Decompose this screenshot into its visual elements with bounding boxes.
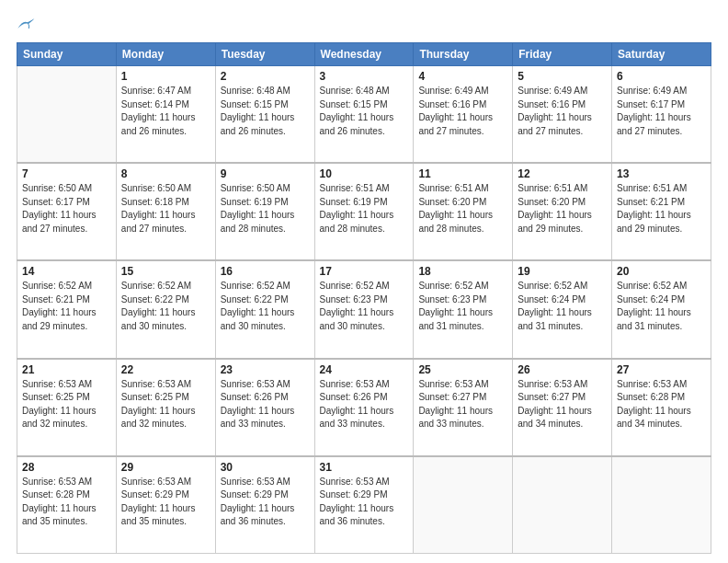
day-info: Sunrise: 6:48 AM Sunset: 6:15 PM Dayligh… [221,85,310,138]
calendar-week-3: 14Sunrise: 6:52 AM Sunset: 6:21 PM Dayli… [17,260,711,358]
day-number: 20 [617,265,706,278]
day-info: Sunrise: 6:53 AM Sunset: 6:29 PM Dayligh… [121,476,210,529]
calendar-cell: 10Sunrise: 6:51 AM Sunset: 6:19 PM Dayli… [314,163,414,260]
day-number: 16 [221,265,310,278]
day-info: Sunrise: 6:48 AM Sunset: 6:15 PM Dayligh… [320,85,409,138]
calendar-cell [513,456,612,554]
day-info: Sunrise: 6:50 AM Sunset: 6:18 PM Dayligh… [121,182,210,236]
day-number: 21 [22,363,111,376]
calendar-header-friday: Friday [513,43,612,66]
day-info: Sunrise: 6:53 AM Sunset: 6:29 PM Dayligh… [320,476,409,529]
page: SundayMondayTuesdayWednesdayThursdayFrid… [0,0,728,563]
day-number: 2 [221,70,310,83]
logo-bird-icon [17,17,35,33]
calendar-header-monday: Monday [116,43,215,66]
calendar-cell: 2Sunrise: 6:48 AM Sunset: 6:15 PM Daylig… [215,66,314,164]
calendar-cell: 6Sunrise: 6:49 AM Sunset: 6:17 PM Daylig… [612,66,711,164]
day-number: 19 [518,265,607,278]
calendar-week-1: 1Sunrise: 6:47 AM Sunset: 6:14 PM Daylig… [17,66,711,164]
calendar-cell: 22Sunrise: 6:53 AM Sunset: 6:25 PM Dayli… [116,359,215,456]
calendar-cell: 23Sunrise: 6:53 AM Sunset: 6:26 PM Dayli… [215,359,314,456]
calendar-cell: 16Sunrise: 6:52 AM Sunset: 6:22 PM Dayli… [215,260,314,358]
calendar-cell: 27Sunrise: 6:53 AM Sunset: 6:28 PM Dayli… [612,359,711,456]
day-number: 23 [221,363,310,376]
day-info: Sunrise: 6:53 AM Sunset: 6:27 PM Dayligh… [518,378,607,431]
calendar-header-saturday: Saturday [612,43,711,66]
day-number: 4 [418,70,507,83]
calendar-cell: 30Sunrise: 6:53 AM Sunset: 6:29 PM Dayli… [215,456,314,554]
calendar-cell: 12Sunrise: 6:51 AM Sunset: 6:20 PM Dayli… [513,163,612,260]
day-info: Sunrise: 6:53 AM Sunset: 6:29 PM Dayligh… [221,476,310,529]
day-info: Sunrise: 6:51 AM Sunset: 6:20 PM Dayligh… [518,182,607,236]
day-number: 3 [320,70,409,83]
day-info: Sunrise: 6:52 AM Sunset: 6:23 PM Dayligh… [320,280,409,333]
day-number: 29 [121,461,210,474]
calendar-cell: 17Sunrise: 6:52 AM Sunset: 6:23 PM Dayli… [314,260,414,358]
header [17,17,711,33]
day-number: 7 [22,167,111,180]
day-info: Sunrise: 6:53 AM Sunset: 6:28 PM Dayligh… [617,378,706,431]
day-info: Sunrise: 6:53 AM Sunset: 6:27 PM Dayligh… [418,378,507,431]
day-number: 22 [121,363,210,376]
day-number: 18 [418,265,507,278]
day-number: 12 [518,167,607,180]
day-info: Sunrise: 6:52 AM Sunset: 6:21 PM Dayligh… [22,280,111,333]
calendar-table: SundayMondayTuesdayWednesdayThursdayFrid… [17,42,711,554]
day-info: Sunrise: 6:53 AM Sunset: 6:28 PM Dayligh… [22,476,111,529]
calendar-cell: 4Sunrise: 6:49 AM Sunset: 6:16 PM Daylig… [414,66,513,164]
day-number: 24 [320,363,409,376]
day-info: Sunrise: 6:49 AM Sunset: 6:16 PM Dayligh… [418,85,507,138]
day-number: 30 [221,461,310,474]
calendar-cell: 11Sunrise: 6:51 AM Sunset: 6:20 PM Dayli… [414,163,513,260]
calendar-cell: 20Sunrise: 6:52 AM Sunset: 6:24 PM Dayli… [612,260,711,358]
day-number: 17 [320,265,409,278]
day-info: Sunrise: 6:51 AM Sunset: 6:19 PM Dayligh… [320,182,409,236]
day-number: 31 [320,461,409,474]
calendar-cell: 8Sunrise: 6:50 AM Sunset: 6:18 PM Daylig… [116,163,215,260]
day-info: Sunrise: 6:47 AM Sunset: 6:14 PM Dayligh… [121,85,210,138]
day-number: 8 [121,167,210,180]
calendar-header-thursday: Thursday [414,43,513,66]
calendar-week-4: 21Sunrise: 6:53 AM Sunset: 6:25 PM Dayli… [17,359,711,456]
day-number: 9 [221,167,310,180]
day-info: Sunrise: 6:52 AM Sunset: 6:22 PM Dayligh… [121,280,210,333]
day-number: 13 [617,167,706,180]
calendar-cell [612,456,711,554]
day-info: Sunrise: 6:53 AM Sunset: 6:25 PM Dayligh… [22,378,111,431]
calendar-header-sunday: Sunday [17,43,117,66]
day-info: Sunrise: 6:52 AM Sunset: 6:23 PM Dayligh… [418,280,507,333]
calendar-cell: 3Sunrise: 6:48 AM Sunset: 6:15 PM Daylig… [314,66,414,164]
calendar-cell: 18Sunrise: 6:52 AM Sunset: 6:23 PM Dayli… [414,260,513,358]
calendar-cell: 9Sunrise: 6:50 AM Sunset: 6:19 PM Daylig… [215,163,314,260]
day-number: 28 [22,461,111,474]
calendar-week-5: 28Sunrise: 6:53 AM Sunset: 6:28 PM Dayli… [17,456,711,554]
calendar-header-tuesday: Tuesday [215,43,314,66]
day-info: Sunrise: 6:49 AM Sunset: 6:17 PM Dayligh… [617,85,706,138]
day-info: Sunrise: 6:53 AM Sunset: 6:26 PM Dayligh… [221,378,310,431]
day-number: 10 [320,167,409,180]
calendar-cell: 14Sunrise: 6:52 AM Sunset: 6:21 PM Dayli… [17,260,117,358]
day-info: Sunrise: 6:52 AM Sunset: 6:22 PM Dayligh… [221,280,310,333]
calendar-header-wednesday: Wednesday [314,43,414,66]
day-info: Sunrise: 6:51 AM Sunset: 6:21 PM Dayligh… [617,182,706,236]
day-info: Sunrise: 6:50 AM Sunset: 6:17 PM Dayligh… [22,182,111,236]
calendar-cell: 15Sunrise: 6:52 AM Sunset: 6:22 PM Dayli… [116,260,215,358]
day-info: Sunrise: 6:53 AM Sunset: 6:25 PM Dayligh… [121,378,210,431]
day-info: Sunrise: 6:53 AM Sunset: 6:26 PM Dayligh… [320,378,409,431]
calendar-cell: 31Sunrise: 6:53 AM Sunset: 6:29 PM Dayli… [314,456,414,554]
day-number: 5 [518,70,607,83]
calendar-cell: 19Sunrise: 6:52 AM Sunset: 6:24 PM Dayli… [513,260,612,358]
day-number: 15 [121,265,210,278]
day-number: 27 [617,363,706,376]
day-number: 14 [22,265,111,278]
day-number: 6 [617,70,706,83]
day-info: Sunrise: 6:51 AM Sunset: 6:20 PM Dayligh… [418,182,507,236]
day-info: Sunrise: 6:50 AM Sunset: 6:19 PM Dayligh… [221,182,310,236]
calendar-cell: 13Sunrise: 6:51 AM Sunset: 6:21 PM Dayli… [612,163,711,260]
calendar-cell: 5Sunrise: 6:49 AM Sunset: 6:16 PM Daylig… [513,66,612,164]
calendar-cell: 29Sunrise: 6:53 AM Sunset: 6:29 PM Dayli… [116,456,215,554]
logo [17,17,37,33]
day-number: 1 [121,70,210,83]
calendar-cell: 25Sunrise: 6:53 AM Sunset: 6:27 PM Dayli… [414,359,513,456]
day-number: 25 [418,363,507,376]
